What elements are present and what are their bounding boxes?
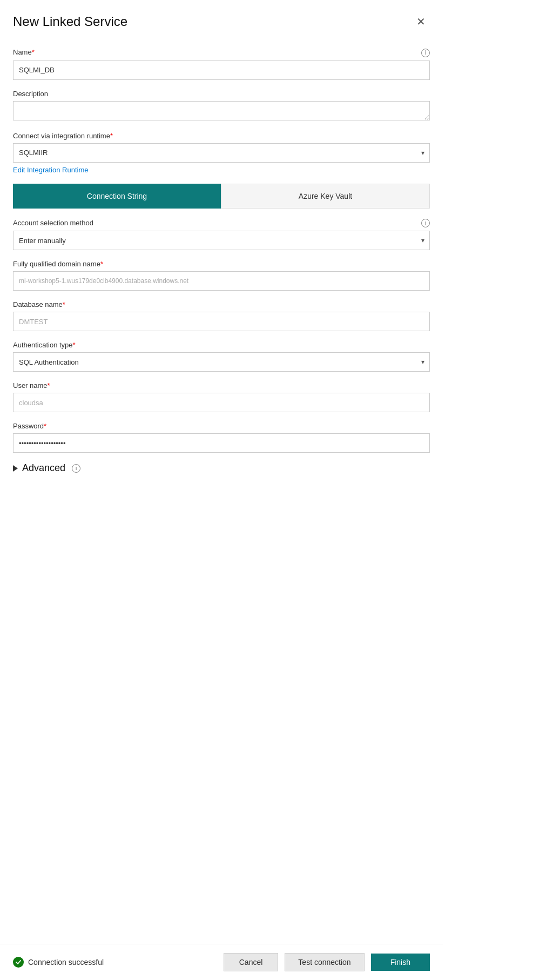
password-label: Password	[13, 422, 44, 430]
name-label: Name	[13, 48, 32, 56]
auth-type-required: *	[73, 341, 76, 349]
dialog-footer: Connection successful Cancel Test connec…	[0, 944, 443, 980]
runtime-field-group: Connect via integration runtime * SQLMII…	[13, 132, 430, 174]
connection-status-text: Connection successful	[28, 958, 104, 966]
name-info-icon[interactable]: i	[421, 49, 430, 57]
name-field-group: Name * i	[13, 48, 430, 80]
tab-bar: Connection String Azure Key Vault	[13, 184, 430, 209]
account-method-field-group: Account selection method i Enter manuall…	[13, 218, 430, 251]
db-name-label-row: Database name *	[13, 300, 430, 308]
password-label-row: Password *	[13, 422, 430, 430]
username-field-group: User name *	[13, 381, 430, 412]
username-label-row: User name *	[13, 381, 430, 390]
advanced-expand-icon	[13, 465, 18, 472]
dialog-header: New Linked Service ✕	[0, 0, 443, 39]
advanced-info-icon[interactable]: i	[72, 464, 80, 473]
edit-runtime-link[interactable]: Edit Integration Runtime	[13, 166, 88, 174]
description-label-row: Description	[13, 90, 430, 98]
db-name-label: Database name	[13, 300, 63, 308]
password-field-group: Password *	[13, 422, 430, 453]
name-label-row: Name * i	[13, 48, 430, 57]
fqdn-label: Fully qualified domain name	[13, 260, 100, 268]
runtime-label-row: Connect via integration runtime *	[13, 132, 430, 140]
fqdn-field-group: Fully qualified domain name *	[13, 260, 430, 291]
description-field-group: Description	[13, 90, 430, 122]
dialog-title: New Linked Service	[13, 14, 127, 29]
runtime-required: *	[110, 132, 113, 140]
advanced-section[interactable]: Advanced i	[13, 462, 430, 474]
account-method-select-wrapper: Enter manually ▾	[13, 231, 430, 250]
new-linked-service-dialog: New Linked Service ✕ Name * i Descriptio…	[0, 0, 443, 980]
advanced-label: Advanced	[22, 462, 65, 474]
tab-connection-string[interactable]: Connection String	[13, 184, 221, 209]
account-method-label-row: Account selection method i	[13, 218, 430, 228]
test-connection-button[interactable]: Test connection	[285, 953, 364, 971]
db-name-required: *	[63, 300, 65, 308]
runtime-select[interactable]: SQLMIIR	[13, 143, 430, 163]
account-method-select[interactable]: Enter manually	[13, 231, 430, 250]
status-bar: Connection successful	[13, 957, 104, 968]
success-icon	[13, 957, 24, 968]
db-name-input[interactable]	[13, 312, 430, 331]
auth-type-field-group: Authentication type * SQL Authentication…	[13, 341, 430, 372]
username-input[interactable]	[13, 393, 430, 412]
password-input[interactable]	[13, 433, 430, 453]
name-required: *	[32, 48, 35, 56]
db-name-field-group: Database name *	[13, 300, 430, 331]
description-input[interactable]	[13, 101, 430, 120]
username-required: *	[48, 381, 50, 390]
auth-type-select-wrapper: SQL Authentication ▾	[13, 352, 430, 372]
name-input[interactable]	[13, 61, 430, 80]
auth-type-label: Authentication type	[13, 341, 73, 349]
dialog-body: Name * i Description Connect via integra…	[0, 39, 443, 944]
runtime-label: Connect via integration runtime	[13, 132, 110, 140]
fqdn-required: *	[100, 260, 103, 268]
username-label: User name	[13, 381, 48, 390]
description-label: Description	[13, 90, 48, 98]
auth-type-select[interactable]: SQL Authentication	[13, 352, 430, 372]
runtime-select-wrapper: SQLMIIR ▾	[13, 143, 430, 163]
fqdn-input[interactable]	[13, 271, 430, 291]
tab-azure-key-vault[interactable]: Azure Key Vault	[221, 184, 430, 209]
account-method-info-icon[interactable]: i	[421, 219, 430, 227]
fqdn-label-row: Fully qualified domain name *	[13, 260, 430, 268]
auth-type-label-row: Authentication type *	[13, 341, 430, 349]
close-button[interactable]: ✕	[412, 13, 430, 30]
password-required: *	[44, 422, 46, 430]
cancel-button[interactable]: Cancel	[224, 953, 279, 971]
finish-button[interactable]: Finish	[371, 954, 430, 971]
account-method-label: Account selection method	[13, 219, 93, 227]
